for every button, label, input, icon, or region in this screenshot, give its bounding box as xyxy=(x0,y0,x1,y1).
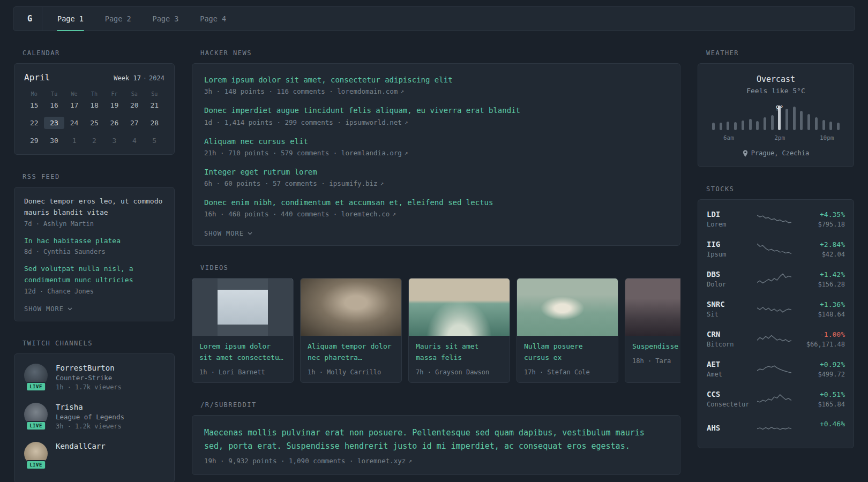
video-thumbnail[interactable] xyxy=(517,278,618,336)
video-thumbnail[interactable] xyxy=(625,278,680,336)
twitch-channel[interactable]: LIVE Trisha League of Legends 3h · 1.2k … xyxy=(24,403,164,430)
video-title[interactable]: Mauris sit amet massa felis xyxy=(416,341,503,364)
video-title[interactable]: Suspendisse diam xyxy=(632,341,680,352)
rss-item-title[interactable]: Donec tempor eros leo, ut commodo mauris… xyxy=(24,196,164,219)
stock-row[interactable]: SNRC Sit +1.36% $148.64 xyxy=(707,294,845,324)
channel-name[interactable]: Trisha xyxy=(56,403,124,411)
video-card[interactable]: Lorem ipsum dolor sit amet consectetu… 1… xyxy=(192,278,294,383)
show-more-label: SHOW MORE xyxy=(204,230,244,237)
rss-item[interactable]: Sed volutpat nulla nisl, a condimentum n… xyxy=(24,263,164,295)
calendar-day[interactable]: 18 xyxy=(84,99,104,111)
stock-row[interactable]: DBS Dolor +1.42% $156.28 xyxy=(707,264,845,294)
twitch-channel[interactable]: LIVE ForrestBurton Counter-Strike 1h · 1… xyxy=(24,364,164,391)
page-tab[interactable]: Page 1 xyxy=(47,7,94,31)
calendar-day[interactable]: 17 xyxy=(64,99,84,111)
video-card[interactable]: Suspendisse diam 18h · Tara xyxy=(625,278,680,383)
hn-item-title[interactable]: Donec enim nibh, condimentum et accumsan… xyxy=(204,197,668,208)
weather-hour-label: 10pm xyxy=(820,134,834,141)
hn-item-title[interactable]: Aliquam nec cursus elit xyxy=(204,136,668,147)
stock-id: LDI Lorem xyxy=(707,210,753,228)
rss-item-title[interactable]: In hac habitasse platea xyxy=(24,236,164,247)
calendar-day[interactable]: 15 xyxy=(24,99,44,111)
calendar-day[interactable]: 19 xyxy=(104,99,124,111)
hn-item-title[interactable]: Lorem ipsum dolor sit amet, consectetur … xyxy=(204,74,668,85)
stock-change: +1.36% xyxy=(796,300,845,308)
hn-item[interactable]: Integer eget rutrum lorem 6h · 60 points… xyxy=(204,167,668,187)
hn-item[interactable]: Donec imperdiet augue tincidunt felis al… xyxy=(204,105,668,126)
stock-row[interactable]: CCS Consectetur +0.51% $165.84 xyxy=(707,384,845,414)
stock-row[interactable]: IIG Ipsum +2.84% $42.04 xyxy=(707,234,845,264)
hn-item[interactable]: Lorem ipsum dolor sit amet, consectetur … xyxy=(204,74,668,95)
video-title[interactable]: Nullam posuere cursus ex xyxy=(524,341,611,364)
stock-symbol[interactable]: DBS xyxy=(707,270,753,278)
stock-row[interactable]: AET Amet +0.92% $499.72 xyxy=(707,354,845,384)
calendar-day[interactable]: 3 xyxy=(104,134,124,147)
hn-item-title[interactable]: Donec imperdiet augue tincidunt felis al… xyxy=(204,105,668,116)
stock-symbol[interactable]: CRN xyxy=(707,330,753,338)
stock-price: $66,171.48 xyxy=(796,341,845,348)
hacker-news-list: Lorem ipsum dolor sit amet, consectetur … xyxy=(204,74,668,218)
rss-item[interactable]: In hac habitasse platea 8d · Cynthia Sau… xyxy=(24,236,164,256)
channel-info: KendallCarr xyxy=(56,442,106,465)
stock-row[interactable]: AHS +0.46% xyxy=(707,414,845,443)
stock-row[interactable]: LDI Lorem +4.35% $795.18 xyxy=(707,204,845,234)
video-card[interactable]: Nullam posuere cursus ex 17h · Stefan Co… xyxy=(517,278,618,383)
hn-item[interactable]: Donec enim nibh, condimentum et accumsan… xyxy=(204,197,668,218)
calendar-day[interactable]: 27 xyxy=(124,117,144,129)
calendar-day[interactable]: 20 xyxy=(124,99,144,111)
stock-change: -1.00% xyxy=(796,330,845,338)
calendar-day[interactable]: 23 xyxy=(44,117,64,129)
calendar-day[interactable]: 1 xyxy=(64,134,84,147)
calendar-day[interactable]: 28 xyxy=(145,117,164,129)
subreddit-post-title[interactable]: Maecenas mollis pulvinar erat non posuer… xyxy=(204,426,668,453)
calendar-day[interactable]: 29 xyxy=(24,134,44,147)
video-card[interactable]: Aliquam tempor dolor nec pharetra… 1h · … xyxy=(300,278,402,383)
subreddit-post[interactable]: Maecenas mollis pulvinar erat non posuer… xyxy=(204,426,668,465)
video-title[interactable]: Lorem ipsum dolor sit amet consectetu… xyxy=(199,341,286,364)
calendar-day[interactable]: 16 xyxy=(44,99,64,111)
video-thumbnail[interactable] xyxy=(301,278,401,336)
video-card[interactable]: Mauris sit amet massa felis 7h · Grayson… xyxy=(408,278,510,383)
weather-temp-bar xyxy=(800,111,803,130)
video-info: Lorem ipsum dolor sit amet consectetu… 1… xyxy=(192,336,293,382)
stock-symbol[interactable]: LDI xyxy=(707,210,753,219)
stock-symbol[interactable]: AHS xyxy=(707,424,753,432)
weather-temp-bar xyxy=(727,122,729,130)
stock-change: +1.42% xyxy=(796,270,845,278)
calendar-day[interactable]: 2 xyxy=(84,134,104,147)
app-logo[interactable]: G xyxy=(18,7,42,31)
hn-show-more-button[interactable]: SHOW MORE xyxy=(204,230,252,237)
calendar-day[interactable]: 24 xyxy=(64,117,84,129)
calendar-day[interactable]: 4 xyxy=(124,134,144,147)
calendar-day[interactable]: 30 xyxy=(44,134,64,147)
channel-game: League of Legends xyxy=(56,413,124,421)
twitch-channel[interactable]: LIVE KendallCarr xyxy=(24,442,164,465)
page-tab[interactable]: Page 2 xyxy=(94,7,142,31)
rss-show-more-button[interactable]: SHOW MORE xyxy=(24,305,72,313)
stock-symbol[interactable]: SNRC xyxy=(707,300,753,308)
video-thumbnail[interactable] xyxy=(409,278,510,336)
stock-symbol[interactable]: AET xyxy=(707,360,753,368)
calendar-day[interactable]: 25 xyxy=(84,117,104,129)
top-nav: G Page 1Page 2Page 3Page 4 xyxy=(13,6,855,31)
channel-name[interactable]: ForrestBurton xyxy=(56,364,122,372)
stock-symbol[interactable]: IIG xyxy=(707,240,753,248)
calendar-day[interactable]: 5 xyxy=(145,134,164,147)
stock-symbol[interactable]: CCS xyxy=(707,390,753,398)
hn-item-title[interactable]: Integer eget rutrum lorem xyxy=(204,167,668,177)
page-tab[interactable]: Page 4 xyxy=(189,7,237,31)
video-thumbnail[interactable] xyxy=(192,278,293,336)
hn-item[interactable]: Aliquam nec cursus elit 21h · 710 points… xyxy=(204,136,668,157)
video-title[interactable]: Aliquam tempor dolor nec pharetra… xyxy=(308,341,394,364)
calendar-day[interactable]: 22 xyxy=(24,117,44,129)
stock-values: +1.36% $148.64 xyxy=(796,300,845,318)
stock-id: SNRC Sit xyxy=(707,300,753,318)
channel-name[interactable]: KendallCarr xyxy=(56,442,106,450)
page-tab[interactable]: Page 3 xyxy=(142,7,190,31)
calendar-day[interactable]: 21 xyxy=(145,99,164,111)
rss-item-title[interactable]: Sed volutpat nulla nisl, a condimentum n… xyxy=(24,263,164,286)
calendar-day[interactable]: 26 xyxy=(104,117,124,129)
weather-temp-bar xyxy=(749,119,752,130)
rss-item[interactable]: Donec tempor eros leo, ut commodo mauris… xyxy=(24,196,164,228)
stock-row[interactable]: CRN Bitcorn -1.00% $66,171.48 xyxy=(707,324,845,354)
